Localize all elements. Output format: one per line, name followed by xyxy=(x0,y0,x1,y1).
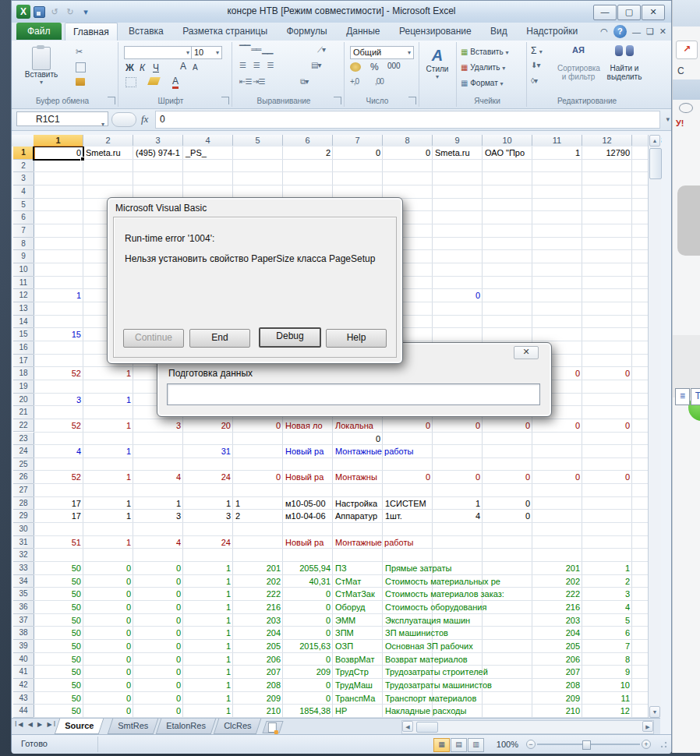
column-header-10[interactable]: 10 xyxy=(483,135,532,146)
cell-r22c6[interactable]: Новая ло xyxy=(283,420,333,432)
row-header-42[interactable]: 42 xyxy=(13,679,34,692)
cell-r40c2[interactable]: 0 xyxy=(83,654,133,666)
cell-r43c2[interactable]: 0 xyxy=(83,693,133,705)
row-header-17[interactable]: 17 xyxy=(13,355,34,368)
tab-page-layout[interactable]: Разметка страницы xyxy=(175,23,275,40)
column-header-1[interactable]: 1 xyxy=(34,135,83,147)
cell-r42c8[interactable]: Трудозатраты машинистов xyxy=(383,680,535,691)
cell-r31c3[interactable]: 4 xyxy=(133,537,183,549)
font-size-combobox[interactable]: 10▾ xyxy=(191,46,222,59)
cell-r33c12[interactable]: 1 xyxy=(582,563,632,574)
cell-r41c4[interactable]: 1 xyxy=(183,666,233,678)
clipboard-dialog-launcher[interactable] xyxy=(108,97,115,104)
row-header-30[interactable]: 30 xyxy=(13,523,34,536)
cell-r35c8[interactable]: Стоимость материалов заказ: xyxy=(383,588,535,600)
cell-r39c6[interactable]: 2015,63 xyxy=(283,641,333,652)
copy-icon[interactable] xyxy=(76,62,86,72)
orientation-icon[interactable]: ⟋▾ xyxy=(317,45,325,55)
tab-addins[interactable]: Надстройки xyxy=(518,23,585,40)
cell-r33c1[interactable]: 50 xyxy=(34,563,83,574)
cell-r31c1[interactable]: 51 xyxy=(34,537,83,549)
cell-r1c11[interactable]: 1 xyxy=(532,147,582,159)
vertical-align-icons[interactable]: ▔▔ ══ ▁▁ xyxy=(239,45,273,54)
tab-data[interactable]: Данные xyxy=(338,23,387,40)
percent-style-button[interactable]: % xyxy=(370,62,379,72)
cell-r26c5[interactable]: 0 xyxy=(233,472,283,483)
cell-r39c5[interactable]: 205 xyxy=(233,641,283,652)
cell-r34c1[interactable]: 50 xyxy=(34,576,83,588)
format-painter-icon[interactable] xyxy=(76,78,85,86)
increase-decimal-button[interactable]: +,0 xyxy=(350,77,359,86)
cell-r36c5[interactable]: 216 xyxy=(233,602,283,613)
cell-r1c6[interactable]: 2 xyxy=(283,147,333,159)
row-header-2[interactable]: 2 xyxy=(13,160,34,173)
cell-r43c12[interactable]: 11 xyxy=(582,693,632,705)
cell-r1c2[interactable]: Smeta.ru xyxy=(83,147,133,159)
cell-r36c6[interactable]: 0 xyxy=(283,602,333,613)
vertical-scrollbar[interactable]: ▲ ▼ xyxy=(648,135,661,718)
cell-r26c12[interactable]: 0 xyxy=(582,472,632,483)
decrease-decimal-button[interactable]: ,00 xyxy=(375,77,384,86)
cell-r35c12[interactable]: 3 xyxy=(582,588,632,600)
cell-r37c1[interactable]: 50 xyxy=(34,615,83,627)
cell-r29c2[interactable]: 1 xyxy=(83,510,133,522)
cell-r33c7[interactable]: ПЗ xyxy=(333,563,383,574)
column-header-4[interactable]: 4 xyxy=(183,135,233,146)
progress-close-button[interactable]: ✕ xyxy=(514,346,539,359)
cell-r22c7[interactable]: Локальна xyxy=(333,420,383,432)
row-header-33[interactable]: 33 xyxy=(13,562,34,575)
row-header-27[interactable]: 27 xyxy=(13,484,34,497)
sheet-tab-etalonres[interactable]: EtalonRes xyxy=(156,719,216,734)
cell-r39c3[interactable]: 0 xyxy=(133,641,183,652)
cell-r43c4[interactable]: 1 xyxy=(183,693,233,705)
scroll-right-icon[interactable]: ▶ xyxy=(642,721,653,732)
cell-r40c1[interactable]: 50 xyxy=(34,654,83,666)
cell-r31c7[interactable]: Монтажные работы xyxy=(333,537,485,549)
row-header-37[interactable]: 37 xyxy=(13,614,34,627)
row-header-26[interactable]: 26 xyxy=(13,471,34,484)
cell-r34c2[interactable]: 0 xyxy=(83,576,133,588)
cell-r35c11[interactable]: 222 xyxy=(532,588,582,600)
column-header-7[interactable]: 7 xyxy=(333,135,383,146)
background-toolbar-button-1[interactable]: ≡ xyxy=(675,388,690,405)
cell-r24c4[interactable]: 31 xyxy=(183,446,233,457)
autosum-button[interactable]: Σ ▾ xyxy=(531,45,543,56)
sheet-tab-clcres[interactable]: ClcRes xyxy=(214,719,262,734)
cell-r40c6[interactable]: 0 xyxy=(283,654,333,666)
cell-r41c1[interactable]: 50 xyxy=(34,666,83,678)
cell-r22c3[interactable]: 3 xyxy=(133,420,183,432)
cell-r41c6[interactable]: 209 xyxy=(283,666,333,678)
cell-r34c4[interactable]: 1 xyxy=(183,576,233,588)
cell-r42c4[interactable]: 1 xyxy=(183,680,233,691)
cell-r28c3[interactable]: 1 xyxy=(133,498,183,510)
cell-r34c3[interactable]: 0 xyxy=(133,576,183,588)
row-header-31[interactable]: 31 xyxy=(13,536,34,549)
cell-r33c2[interactable]: 0 xyxy=(83,563,133,574)
workbook-restore-icon[interactable]: ❏ xyxy=(646,26,654,37)
row-header-8[interactable]: 8 xyxy=(13,238,34,251)
cell-r41c3[interactable]: 0 xyxy=(133,666,183,678)
row-header-7[interactable]: 7 xyxy=(13,224,34,238)
cell-r28c8[interactable]: 1СИСТЕМ xyxy=(383,498,433,510)
cell-r1c8[interactable]: 0 xyxy=(383,147,433,159)
cell-r34c11[interactable]: 202 xyxy=(532,576,582,588)
row-header-38[interactable]: 38 xyxy=(13,627,34,640)
cell-r36c11[interactable]: 216 xyxy=(532,602,582,613)
cell-r26c10[interactable]: 0 xyxy=(483,472,532,483)
cell-r33c5[interactable]: 201 xyxy=(233,563,283,574)
cell-r29c1[interactable]: 17 xyxy=(34,510,83,522)
row-header-12[interactable]: 12 xyxy=(13,289,34,302)
cell-r26c1[interactable]: 52 xyxy=(34,472,83,483)
cell-r29c4[interactable]: 3 xyxy=(183,510,233,522)
help-button[interactable]: Help xyxy=(326,329,387,348)
cell-r22c5[interactable]: 0 xyxy=(233,420,283,432)
column-header-11[interactable]: 11 xyxy=(532,135,582,146)
cell-r24c7[interactable]: Монтажные работы xyxy=(333,446,485,457)
cell-r42c5[interactable]: 208 xyxy=(233,680,283,691)
cell-r37c7[interactable]: ЭММ xyxy=(333,615,383,627)
row-header-20[interactable]: 20 xyxy=(13,394,34,407)
cell-r22c12[interactable]: 0 xyxy=(582,420,632,432)
cell-r29c7[interactable]: Аппаратур xyxy=(333,510,383,522)
cell-r33c3[interactable]: 0 xyxy=(133,563,183,574)
cell-r34c7[interactable]: СтМат xyxy=(333,576,383,588)
